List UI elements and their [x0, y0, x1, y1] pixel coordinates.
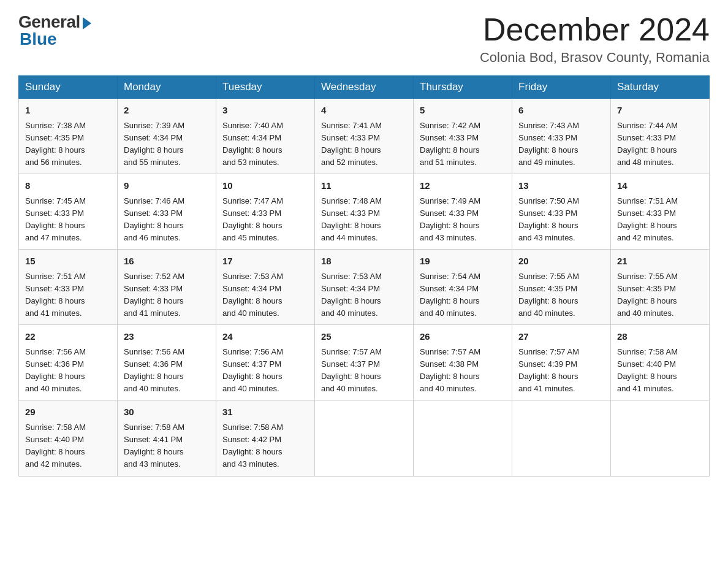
calendar-day-cell: [611, 400, 710, 476]
calendar-day-cell: 1 Sunrise: 7:38 AM Sunset: 4:35 PM Dayli…: [19, 99, 118, 174]
calendar-day-cell: 30 Sunrise: 7:58 AM Sunset: 4:41 PM Dayl…: [118, 400, 216, 476]
day-info: Sunrise: 7:53 AM Sunset: 4:34 PM Dayligh…: [222, 270, 308, 320]
day-info: Sunrise: 7:57 AM Sunset: 4:39 PM Dayligh…: [518, 346, 604, 396]
calendar-day-cell: 13 Sunrise: 7:50 AM Sunset: 4:33 PM Dayl…: [512, 174, 611, 250]
day-number: 4: [321, 104, 407, 118]
calendar-day-cell: 31 Sunrise: 7:58 AM Sunset: 4:42 PM Dayl…: [216, 400, 315, 476]
day-info: Sunrise: 7:47 AM Sunset: 4:33 PM Dayligh…: [222, 195, 308, 245]
calendar-week-row: 29 Sunrise: 7:58 AM Sunset: 4:40 PM Dayl…: [19, 400, 710, 476]
calendar-day-cell: 19 Sunrise: 7:54 AM Sunset: 4:34 PM Dayl…: [414, 250, 512, 325]
day-info: Sunrise: 7:58 AM Sunset: 4:41 PM Dayligh…: [124, 421, 210, 471]
day-info: Sunrise: 7:38 AM Sunset: 4:35 PM Dayligh…: [25, 120, 111, 169]
day-number: 28: [617, 330, 703, 344]
day-number: 11: [321, 179, 407, 193]
day-number: 6: [518, 104, 604, 118]
day-info: Sunrise: 7:57 AM Sunset: 4:37 PM Dayligh…: [321, 346, 407, 396]
title-area: December 2024 Colonia Bod, Brasov County…: [480, 12, 710, 66]
day-info: Sunrise: 7:56 AM Sunset: 4:36 PM Dayligh…: [25, 346, 111, 396]
day-number: 22: [25, 330, 111, 344]
day-number: 31: [222, 405, 308, 419]
day-info: Sunrise: 7:44 AM Sunset: 4:33 PM Dayligh…: [617, 120, 703, 169]
day-info: Sunrise: 7:57 AM Sunset: 4:38 PM Dayligh…: [420, 346, 506, 396]
day-info: Sunrise: 7:49 AM Sunset: 4:33 PM Dayligh…: [420, 195, 506, 245]
day-number: 2: [124, 104, 210, 118]
calendar-day-cell: 6 Sunrise: 7:43 AM Sunset: 4:33 PM Dayli…: [512, 99, 611, 174]
day-header-thursday: Thursday: [414, 76, 512, 99]
day-info: Sunrise: 7:55 AM Sunset: 4:35 PM Dayligh…: [518, 270, 604, 320]
day-number: 9: [124, 179, 210, 193]
calendar-day-cell: [512, 400, 611, 476]
day-info: Sunrise: 7:46 AM Sunset: 4:33 PM Dayligh…: [124, 195, 210, 245]
day-number: 8: [25, 179, 111, 193]
calendar-table: SundayMondayTuesdayWednesdayThursdayFrid…: [18, 75, 710, 476]
calendar-day-cell: 27 Sunrise: 7:57 AM Sunset: 4:39 PM Dayl…: [512, 325, 611, 400]
day-info: Sunrise: 7:50 AM Sunset: 4:33 PM Dayligh…: [518, 195, 604, 245]
calendar-day-cell: 25 Sunrise: 7:57 AM Sunset: 4:37 PM Dayl…: [315, 325, 414, 400]
day-info: Sunrise: 7:48 AM Sunset: 4:33 PM Dayligh…: [321, 195, 407, 245]
day-header-monday: Monday: [118, 76, 216, 99]
day-info: Sunrise: 7:58 AM Sunset: 4:42 PM Dayligh…: [222, 421, 308, 471]
calendar-day-cell: 17 Sunrise: 7:53 AM Sunset: 4:34 PM Dayl…: [216, 250, 315, 325]
page-header: General Blue December 2024 Colonia Bod, …: [18, 12, 710, 66]
day-number: 30: [124, 405, 210, 419]
day-number: 1: [25, 104, 111, 118]
day-number: 7: [617, 104, 703, 118]
day-header-tuesday: Tuesday: [216, 76, 315, 99]
day-info: Sunrise: 7:56 AM Sunset: 4:37 PM Dayligh…: [222, 346, 308, 396]
day-header-saturday: Saturday: [611, 76, 710, 99]
calendar-day-cell: 4 Sunrise: 7:41 AM Sunset: 4:33 PM Dayli…: [315, 99, 414, 174]
day-header-sunday: Sunday: [19, 76, 118, 99]
calendar-day-cell: 10 Sunrise: 7:47 AM Sunset: 4:33 PM Dayl…: [216, 174, 315, 250]
day-info: Sunrise: 7:43 AM Sunset: 4:33 PM Dayligh…: [518, 120, 604, 169]
calendar-day-cell: 23 Sunrise: 7:56 AM Sunset: 4:36 PM Dayl…: [118, 325, 216, 400]
calendar-day-cell: 9 Sunrise: 7:46 AM Sunset: 4:33 PM Dayli…: [118, 174, 216, 250]
calendar-day-cell: 18 Sunrise: 7:53 AM Sunset: 4:34 PM Dayl…: [315, 250, 414, 325]
calendar-day-cell: 14 Sunrise: 7:51 AM Sunset: 4:33 PM Dayl…: [611, 174, 710, 250]
calendar-day-cell: 16 Sunrise: 7:52 AM Sunset: 4:33 PM Dayl…: [118, 250, 216, 325]
day-number: 27: [518, 330, 604, 344]
location-title: Colonia Bod, Brasov County, Romania: [480, 50, 710, 66]
calendar-week-row: 8 Sunrise: 7:45 AM Sunset: 4:33 PM Dayli…: [19, 174, 710, 250]
calendar-week-row: 22 Sunrise: 7:56 AM Sunset: 4:36 PM Dayl…: [19, 325, 710, 400]
calendar-week-row: 15 Sunrise: 7:51 AM Sunset: 4:33 PM Dayl…: [19, 250, 710, 325]
day-info: Sunrise: 7:53 AM Sunset: 4:34 PM Dayligh…: [321, 270, 407, 320]
day-info: Sunrise: 7:51 AM Sunset: 4:33 PM Dayligh…: [25, 270, 111, 320]
calendar-day-cell: 29 Sunrise: 7:58 AM Sunset: 4:40 PM Dayl…: [19, 400, 118, 476]
day-info: Sunrise: 7:51 AM Sunset: 4:33 PM Dayligh…: [617, 195, 703, 245]
calendar-day-cell: 26 Sunrise: 7:57 AM Sunset: 4:38 PM Dayl…: [414, 325, 512, 400]
calendar-day-cell: [315, 400, 414, 476]
logo-arrow-icon: [83, 17, 91, 29]
day-info: Sunrise: 7:52 AM Sunset: 4:33 PM Dayligh…: [124, 270, 210, 320]
day-info: Sunrise: 7:39 AM Sunset: 4:34 PM Dayligh…: [124, 120, 210, 169]
day-number: 5: [420, 104, 506, 118]
day-number: 15: [25, 255, 111, 269]
calendar-day-cell: 24 Sunrise: 7:56 AM Sunset: 4:37 PM Dayl…: [216, 325, 315, 400]
calendar-day-cell: 22 Sunrise: 7:56 AM Sunset: 4:36 PM Dayl…: [19, 325, 118, 400]
day-number: 19: [420, 255, 506, 269]
month-title: December 2024: [480, 12, 710, 47]
day-number: 24: [222, 330, 308, 344]
day-header-wednesday: Wednesday: [315, 76, 414, 99]
day-number: 25: [321, 330, 407, 344]
calendar-week-row: 1 Sunrise: 7:38 AM Sunset: 4:35 PM Dayli…: [19, 99, 710, 174]
day-number: 18: [321, 255, 407, 269]
day-number: 26: [420, 330, 506, 344]
day-number: 14: [617, 179, 703, 193]
day-info: Sunrise: 7:42 AM Sunset: 4:33 PM Dayligh…: [420, 120, 506, 169]
day-number: 20: [518, 255, 604, 269]
day-number: 3: [222, 104, 308, 118]
day-info: Sunrise: 7:56 AM Sunset: 4:36 PM Dayligh…: [124, 346, 210, 396]
calendar-day-cell: 7 Sunrise: 7:44 AM Sunset: 4:33 PM Dayli…: [611, 99, 710, 174]
calendar-header-row: SundayMondayTuesdayWednesdayThursdayFrid…: [19, 76, 710, 99]
day-number: 10: [222, 179, 308, 193]
calendar-day-cell: 12 Sunrise: 7:49 AM Sunset: 4:33 PM Dayl…: [414, 174, 512, 250]
day-number: 23: [124, 330, 210, 344]
day-header-friday: Friday: [512, 76, 611, 99]
day-info: Sunrise: 7:40 AM Sunset: 4:34 PM Dayligh…: [222, 120, 308, 169]
day-info: Sunrise: 7:58 AM Sunset: 4:40 PM Dayligh…: [25, 421, 111, 471]
calendar-day-cell: 21 Sunrise: 7:55 AM Sunset: 4:35 PM Dayl…: [611, 250, 710, 325]
day-info: Sunrise: 7:58 AM Sunset: 4:40 PM Dayligh…: [617, 346, 703, 396]
day-number: 17: [222, 255, 308, 269]
calendar-day-cell: 5 Sunrise: 7:42 AM Sunset: 4:33 PM Dayli…: [414, 99, 512, 174]
logo: General Blue: [18, 12, 91, 49]
